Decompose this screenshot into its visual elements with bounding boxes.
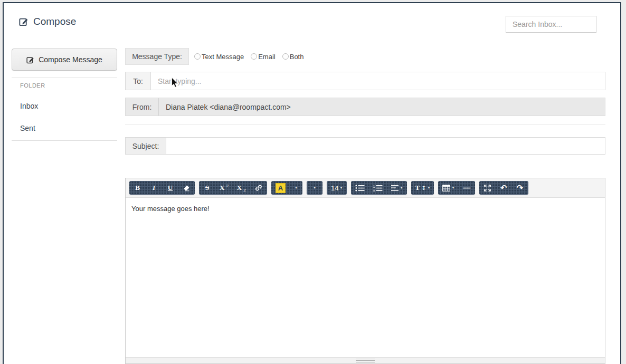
line-height-group: T↕ ▾ <box>411 181 434 195</box>
page-title-text: Compose <box>33 16 76 27</box>
misc-group: ↶ ↷ <box>479 181 528 195</box>
link-icon <box>254 184 263 192</box>
radio-email[interactable]: Email <box>251 53 276 61</box>
subject-row: Subject: <box>125 137 605 155</box>
text-effects-group: S X2 X2 <box>199 181 267 195</box>
arrows-updown-icon: ↕ <box>421 185 426 191</box>
font-size-value: 14 <box>331 184 338 192</box>
radio-circle-icon[interactable] <box>251 53 257 60</box>
superscript-button[interactable]: X2 <box>215 181 233 195</box>
compose-message-button[interactable]: Compose Message <box>12 49 117 71</box>
paragraph-style-group: ▾ <box>307 181 323 195</box>
link-button[interactable] <box>250 181 267 195</box>
radio-label: Email <box>258 53 276 61</box>
radio-both[interactable]: Both <box>282 53 304 61</box>
from-label: From: <box>126 98 159 116</box>
chevron-down-icon: ▾ <box>314 186 316 190</box>
line-height-letter: T <box>415 184 420 192</box>
font-color-button[interactable]: A <box>271 181 290 195</box>
search-input[interactable] <box>506 16 596 33</box>
subscript-button[interactable]: X2 <box>233 181 250 195</box>
compose-message-button-label: Compose Message <box>39 55 102 64</box>
radio-label: Text Message <box>202 53 244 61</box>
fullscreen-icon <box>483 184 491 192</box>
message-type-label: Message Type: <box>125 48 189 65</box>
compose-pencil-square-icon <box>19 17 29 26</box>
horizontal-rule-button[interactable]: — <box>459 181 475 195</box>
subscript-base: X <box>237 184 242 192</box>
align-button[interactable]: ▾ <box>387 181 407 195</box>
redo-button[interactable]: ↷ <box>512 181 528 195</box>
message-body-editor[interactable]: Your message goes here! <box>126 198 605 357</box>
sidebar-divider <box>12 78 117 78</box>
editor-statusbar <box>126 357 605 363</box>
font-color-swatch: A <box>276 183 286 193</box>
line-height-button[interactable]: T↕ ▾ <box>411 181 434 195</box>
editor-toolbar: B I U S X2 X2 <box>126 178 605 198</box>
table-button[interactable]: ▾ <box>438 181 458 195</box>
chevron-down-icon: ▾ <box>428 186 430 190</box>
to-row: To: <box>125 72 605 90</box>
strikethrough-button[interactable]: S <box>199 181 215 195</box>
sidebar-divider <box>12 140 117 141</box>
font-color-group: A ▾ <box>271 181 302 195</box>
unordered-list-button[interactable] <box>351 181 369 195</box>
superscript-mark: 2 <box>226 184 228 188</box>
radio-circle-icon[interactable] <box>282 53 289 60</box>
mouse-cursor-icon <box>170 78 179 88</box>
from-value: Diana Piatek <diana@roompact.com> <box>159 98 605 116</box>
fullscreen-button[interactable] <box>479 181 496 195</box>
chevron-down-icon: ▾ <box>295 186 297 190</box>
subject-label: Subject: <box>126 138 166 154</box>
compose-pencil-square-icon <box>26 56 34 64</box>
to-input[interactable] <box>151 72 605 90</box>
unordered-list-icon <box>355 185 365 191</box>
font-size-group: 14 ▾ <box>327 181 346 195</box>
paragraph-style-dropdown-button[interactable]: ▾ <box>307 181 323 195</box>
resize-handle[interactable] <box>356 359 375 362</box>
font-color-dropdown-button[interactable]: ▾ <box>290 181 302 195</box>
font-size-button[interactable]: 14 ▾ <box>327 181 346 195</box>
folder-heading: FOLDER <box>20 82 45 89</box>
page-title: Compose <box>19 16 76 27</box>
radio-circle-icon[interactable] <box>194 53 201 60</box>
subscript-mark: 2 <box>243 188 245 193</box>
eraser-icon <box>183 184 191 192</box>
message-type-radio-group: Text Message Email Both <box>194 48 303 65</box>
list-align-group: ▾ <box>351 181 407 195</box>
sidebar-item-sent[interactable]: Sent <box>20 124 35 132</box>
sidebar-item-inbox[interactable]: Inbox <box>20 102 38 110</box>
table-icon <box>442 185 450 191</box>
clear-format-button[interactable] <box>178 181 195 195</box>
chevron-down-icon: ▾ <box>401 186 403 190</box>
subject-input[interactable] <box>166 138 605 154</box>
from-row: From: Diana Piatek <diana@roompact.com> <box>125 98 605 116</box>
bold-button[interactable]: B <box>129 181 146 195</box>
font-style-group: B I U <box>129 181 195 195</box>
italic-button[interactable]: I <box>146 181 162 195</box>
rich-text-editor: B I U S X2 X2 <box>125 178 605 364</box>
ordered-list-button[interactable] <box>369 181 387 195</box>
chevron-down-icon: ▾ <box>340 186 343 190</box>
chevron-down-icon: ▾ <box>452 186 454 190</box>
radio-label: Both <box>290 53 304 61</box>
align-left-icon <box>391 185 399 191</box>
insert-group: ▾ — <box>438 181 475 195</box>
to-label: To: <box>126 72 151 90</box>
ordered-list-icon <box>373 185 383 191</box>
undo-button[interactable]: ↶ <box>496 181 512 195</box>
radio-text-message[interactable]: Text Message <box>194 53 244 61</box>
section-divider <box>125 124 605 125</box>
superscript-base: X <box>220 184 224 192</box>
underline-button[interactable]: U <box>162 181 178 195</box>
